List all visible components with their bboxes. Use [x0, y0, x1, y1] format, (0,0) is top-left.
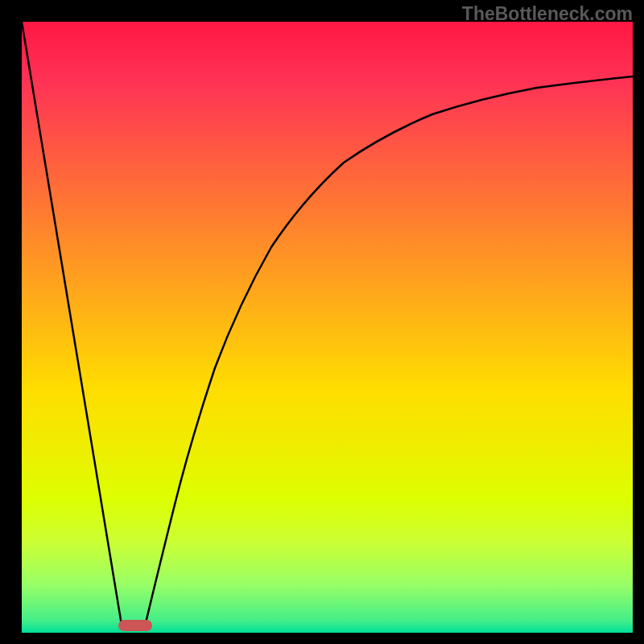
chart-border-left: [0, 0, 22, 644]
watermark-text: TheBottleneck.com: [462, 3, 633, 25]
optimal-point-marker: [118, 620, 152, 631]
left-line-path: [22, 22, 122, 630]
right-curve-path: [144, 76, 633, 630]
chart-curves: [22, 22, 633, 633]
chart-border-right: [633, 0, 644, 644]
chart-border-bottom: [0, 633, 644, 644]
